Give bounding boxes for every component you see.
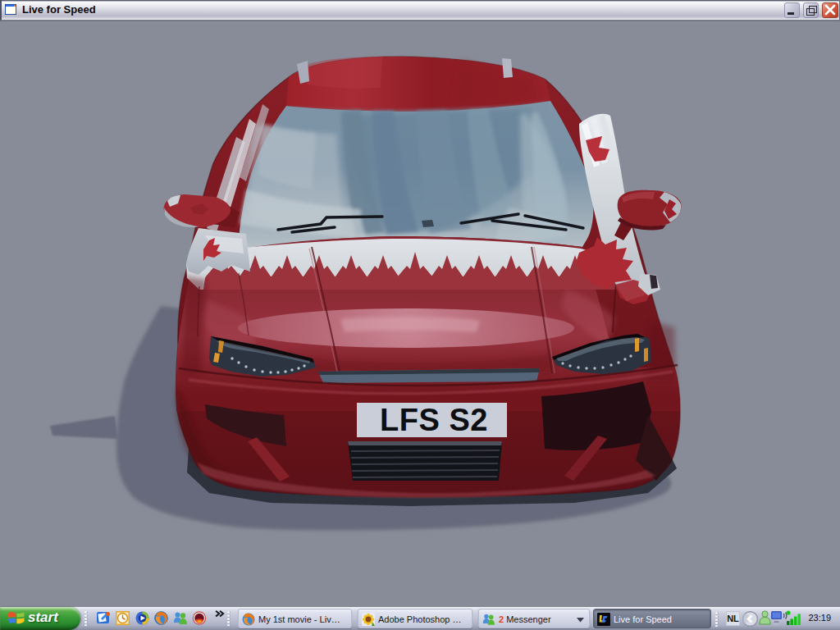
- svg-text:LFS S2: LFS S2: [380, 403, 488, 437]
